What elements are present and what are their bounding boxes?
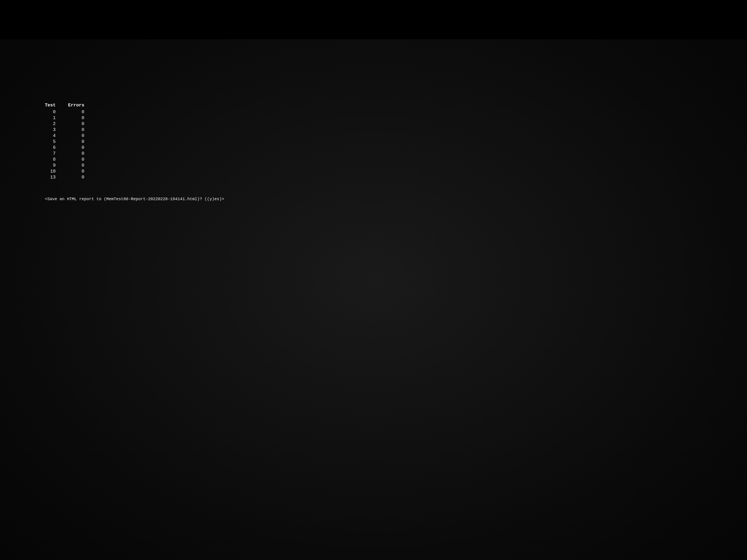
- top-black-bar: [0, 0, 747, 39]
- main-content: Test Errors 00102030405060708090100130 <…: [45, 103, 702, 202]
- test-number-cell: 0: [45, 109, 68, 115]
- table-row: 60: [45, 145, 84, 151]
- errors-count-cell: 0: [68, 175, 84, 180]
- test-number-cell: 7: [45, 151, 68, 157]
- test-results-table: Test Errors 00102030405060708090100130: [45, 103, 84, 180]
- errors-count-cell: 0: [68, 109, 84, 115]
- table-row: 00: [45, 109, 84, 115]
- errors-count-cell: 0: [68, 121, 84, 127]
- table-row: 30: [45, 127, 84, 133]
- errors-count-cell: 0: [68, 139, 84, 145]
- test-number-cell: 13: [45, 175, 68, 180]
- table-row: 100: [45, 168, 84, 175]
- terminal-screen: Test Errors 00102030405060708090100130 <…: [0, 0, 747, 560]
- test-number-cell: 4: [45, 133, 68, 139]
- table-row: 70: [45, 151, 84, 157]
- test-number-cell: 10: [45, 168, 68, 175]
- errors-count-cell: 0: [68, 151, 84, 157]
- test-number-cell: 5: [45, 139, 68, 145]
- errors-count-cell: 0: [68, 115, 84, 121]
- table-row: 20: [45, 121, 84, 127]
- errors-count-cell: 0: [68, 162, 84, 168]
- test-number-cell: 6: [45, 145, 68, 151]
- test-number-cell: 2: [45, 121, 68, 127]
- errors-count-cell: 0: [68, 168, 84, 175]
- save-report-prompt[interactable]: <Save an HTML report to (MemTest86-Repor…: [45, 197, 702, 202]
- table-row: 40: [45, 133, 84, 139]
- test-number-cell: 9: [45, 162, 68, 168]
- table-row: 90: [45, 162, 84, 168]
- table-row: 130: [45, 175, 84, 180]
- errors-count-cell: 0: [68, 145, 84, 151]
- errors-column-header: Errors: [68, 103, 84, 109]
- table-row: 80: [45, 157, 84, 162]
- test-results-table-container: Test Errors 00102030405060708090100130: [45, 103, 702, 180]
- errors-count-cell: 0: [68, 133, 84, 139]
- errors-count-cell: 0: [68, 127, 84, 133]
- table-row: 50: [45, 139, 84, 145]
- test-number-cell: 3: [45, 127, 68, 133]
- test-column-header: Test: [45, 103, 68, 109]
- table-row: 10: [45, 115, 84, 121]
- errors-count-cell: 0: [68, 157, 84, 162]
- test-number-cell: 1: [45, 115, 68, 121]
- test-number-cell: 8: [45, 157, 68, 162]
